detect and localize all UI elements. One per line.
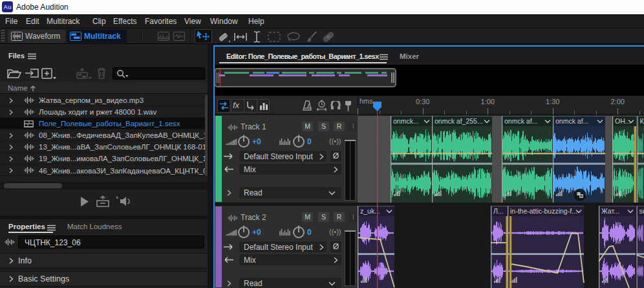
svg-text:Жат...: Жат... [601, 207, 619, 215]
svg-text:onmck af...: onmck af... [504, 117, 537, 125]
svg-text:ОН...: ОН... [615, 117, 631, 125]
svg-text:onmck af_255...: onmck af_255... [435, 117, 483, 125]
svg-text:onmck...: onmck... [393, 117, 419, 125]
svg-text:sur: sur [639, 207, 644, 215]
svg-text:КЦ: КЦ [640, 117, 644, 125]
svg-text:in-the-attic-buzzing-f...: in-the-attic-buzzing-f... [510, 207, 577, 215]
svg-text:Л...: Л... [493, 207, 504, 215]
svg-text:onmck af...: onmck af... [555, 117, 588, 125]
